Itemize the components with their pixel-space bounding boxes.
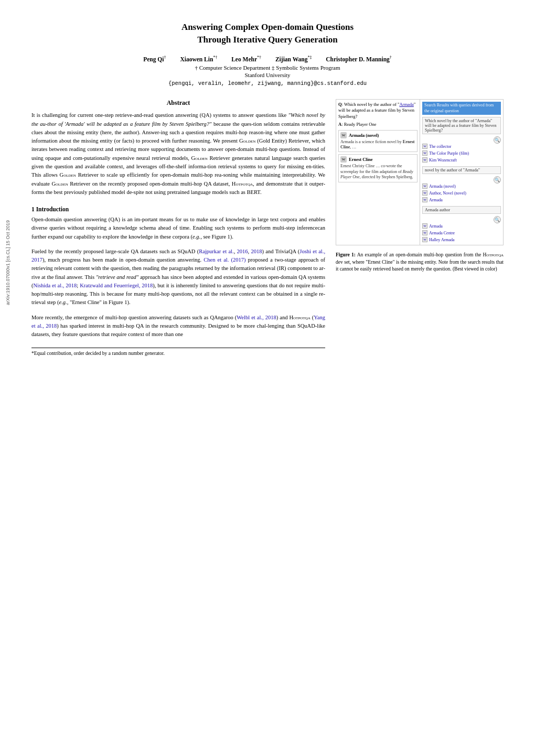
footnote: *Equal contribution, order decided by a … <box>31 348 325 357</box>
result-row-6: W Armada <box>422 197 501 202</box>
result-row-2: W The Color Purple (film) <box>422 150 501 156</box>
results-group-1: W The collector W The Color Purple (film… <box>422 144 501 163</box>
result-icon-1: W <box>422 144 427 149</box>
figure-caption: Figure 1: An example of an open-domain m… <box>336 252 504 273</box>
result-label-1: The collector <box>429 144 451 149</box>
author-xiaowen-lin: Xiaowen Lin*† <box>180 56 219 62</box>
figure-entity-armada: W Armada (novel) Armada is a science fic… <box>338 130 418 153</box>
figure-right: Search Results with queries derived from… <box>420 100 503 245</box>
search-button-3[interactable]: 🔍 <box>494 216 501 223</box>
search-header: Search Results with queries derived from… <box>422 102 501 115</box>
result-row-9: W Halley Armada <box>422 237 501 242</box>
ernest-cline-label: Ernest Cline <box>349 157 373 162</box>
author-leo-mehr: Leo Mehr*† <box>231 56 263 62</box>
result-icon-3: W <box>422 157 427 163</box>
result-row-1: W The collector <box>422 144 501 149</box>
affiliations-line1: † Computer Science Department ‡ Symbolic… <box>31 64 504 71</box>
section1-para2: Fueled by the recently proposed large-sc… <box>31 247 325 307</box>
author-manning: Christopher D. Manning† <box>326 56 392 62</box>
affiliations-line2: Stanford University <box>31 72 504 78</box>
search-button-1[interactable]: 🔍 <box>494 136 501 144</box>
results-group-3: W Armada W Armada Centre W Halley Armada <box>422 223 501 243</box>
result-label-7: Armada <box>429 224 443 229</box>
result-icon-2: W <box>422 150 427 156</box>
result-icon-5: W <box>422 190 427 196</box>
search-button-2[interactable]: 🔍 <box>494 176 501 183</box>
result-icon-7: W <box>422 223 427 229</box>
results-group-2: W Armada (novel) W Author, Novel (novel)… <box>422 183 501 203</box>
result-label-2: The Color Purple (film) <box>429 151 469 156</box>
right-column: Q: Which novel by the author of "Armada"… <box>336 99 504 357</box>
figure-entity-ernest: W Ernest Cline Ernest Christy Cline … co… <box>338 154 418 182</box>
armada-novel-label: Armada (novel) <box>349 133 379 138</box>
result-label-8: Armada Centre <box>429 231 455 235</box>
query1-box: Which novel by the author of "Armada" wi… <box>422 117 501 134</box>
armada-desc: Armada is a science fiction novel by Ern… <box>340 139 415 150</box>
wiki-icon-ernest: W <box>340 156 347 163</box>
title-section: Answering Complex Open-domain Questions … <box>31 21 504 87</box>
result-label-9: Halley Armada <box>429 237 455 242</box>
query3-box: Armada author <box>422 206 501 214</box>
abstract-title: Abstract <box>31 99 325 107</box>
abstract-text: It is challenging for current one-step r… <box>31 111 325 197</box>
result-icon-8: W <box>422 230 427 235</box>
authors-line: Peng Qi† Xiaowen Lin*† Leo Mehr*† Zijian… <box>31 56 504 63</box>
result-row-5: W Author, Novel (novel) <box>422 190 501 196</box>
section1-para3: More recently, the emergence of multi-ho… <box>31 314 325 339</box>
author-zijian-wang: Zijian Wang*‡ <box>275 56 313 62</box>
result-label-6: Armada <box>429 198 443 202</box>
section1-para1: Open-domain question answering (QA) is a… <box>31 215 325 241</box>
left-column: Abstract It is challenging for current o… <box>31 99 325 357</box>
result-row-4: W Armada (novel) <box>422 183 501 189</box>
ernest-desc: Ernest Christy Cline … co-wrote the scre… <box>340 164 415 180</box>
email-line: {pengqi, veralin, leomehr, zijwang, mann… <box>31 80 504 87</box>
result-icon-4: W <box>422 183 427 189</box>
result-icon-6: W <box>422 197 427 202</box>
figure-answer: A: Ready Player One <box>338 122 418 127</box>
result-row-8: W Armada Centre <box>422 230 501 235</box>
section1-title: 1 Introduction <box>31 206 325 212</box>
result-label-5: Author, Novel (novel) <box>429 191 466 196</box>
figure-question: Q: Which novel by the author of "Armada"… <box>338 102 418 119</box>
paper-title: Answering Complex Open-domain Questions … <box>31 21 504 46</box>
figure-left: Q: Which novel by the author of "Armada"… <box>336 100 420 245</box>
arxiv-stamp: arXiv:1910.07000v1 [cs.CL] 15 Oct 2019 <box>5 220 10 305</box>
query2-box: novel by the author of "Armada" <box>422 166 501 174</box>
author-peng-qi: Peng Qi† <box>143 56 167 62</box>
result-label-4: Armada (novel) <box>429 184 456 189</box>
wiki-icon-armada: W <box>340 132 347 138</box>
result-icon-9: W <box>422 237 427 242</box>
result-row-3: W Kim Wozencraft <box>422 157 501 163</box>
abstract-section: Abstract It is challenging for current o… <box>31 99 325 197</box>
result-row-7: W Armada <box>422 223 501 229</box>
figure-panel: Q: Which novel by the author of "Armada"… <box>336 99 504 245</box>
result-label-3: Kim Wozencraft <box>429 158 457 163</box>
